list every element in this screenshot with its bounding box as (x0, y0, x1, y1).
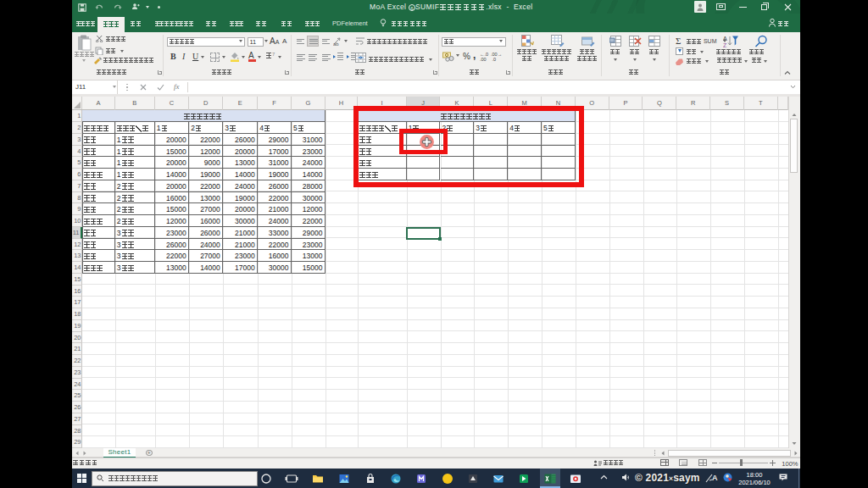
svg-text:Z: Z (723, 42, 727, 47)
svg-text:A: A (723, 36, 727, 42)
svg-text:ab: ab (333, 42, 339, 47)
